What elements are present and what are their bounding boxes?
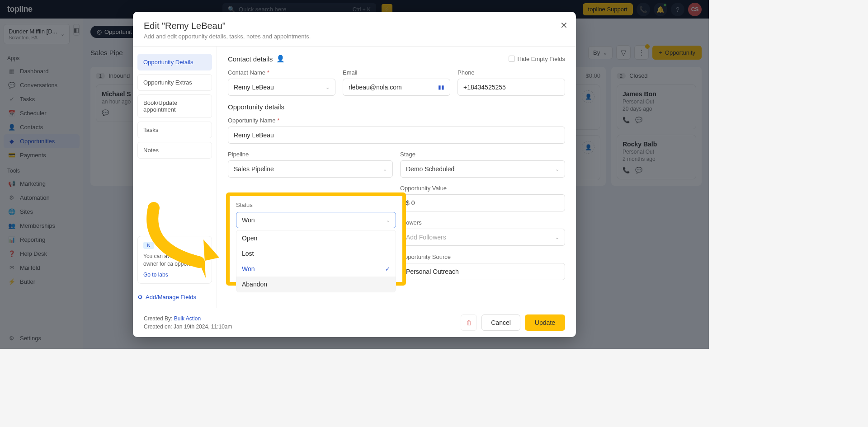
phone-field[interactable]: +18434525255 <box>458 79 565 96</box>
stage-field[interactable]: Demo Scheduled⌄ <box>400 160 565 178</box>
status-option-open[interactable]: Open <box>236 230 396 246</box>
checkbox-icon <box>509 56 515 62</box>
opportunity-value-label: Opportunity Value <box>400 185 565 192</box>
modal-header: Edit "Remy LeBeau" Add and edit opportun… <box>133 12 576 47</box>
opportunity-section-header: Opportunity details <box>228 103 565 111</box>
stage-label: Stage <box>400 151 565 158</box>
phone-label: Phone <box>458 69 565 76</box>
modal-subtitle: Add and edit opportunity details, tasks,… <box>144 33 565 40</box>
contact-name-label: Contact Name * <box>228 69 335 76</box>
followers-field[interactable]: Add Followers⌄ <box>400 229 565 246</box>
update-button[interactable]: Update <box>525 314 565 331</box>
created-by-link[interactable]: Bulk Action <box>174 315 201 322</box>
hide-empty-toggle[interactable]: Hide Empty Fields <box>509 56 565 62</box>
labs-text: You can ave different owner for ca oppor… <box>143 253 206 268</box>
delete-button[interactable]: 🗑 <box>461 314 477 331</box>
check-icon: ✓ <box>385 266 390 272</box>
manage-fields-link[interactable]: ⚙Add/Manage Fields <box>137 294 212 300</box>
contact-name-field[interactable]: Remy LeBeau⌄ <box>228 79 335 96</box>
chevron-down-icon: ⌄ <box>555 235 559 240</box>
chevron-down-icon: ⌄ <box>386 217 390 223</box>
followers-label: ollowers <box>400 219 565 226</box>
source-field[interactable]: Personal Outreach <box>400 263 565 280</box>
pipeline-label: Pipeline <box>228 151 393 158</box>
status-option-won[interactable]: Won✓ <box>236 261 396 277</box>
chevron-down-icon: ⌄ <box>383 166 387 172</box>
cancel-button[interactable]: Cancel <box>481 314 520 331</box>
source-label: Opportunity Source <box>400 253 565 260</box>
tab-opportunity-extras[interactable]: Opportunity Extras <box>137 74 212 91</box>
close-icon[interactable]: ✕ <box>560 20 568 31</box>
tab-appointment[interactable]: Book/Update appointment <box>137 94 212 118</box>
chevron-down-icon: ⌄ <box>326 84 330 90</box>
labs-badge: N <box>143 242 154 249</box>
opportunity-value-field[interactable]: $ 0 <box>400 194 565 211</box>
copy-icon[interactable]: ▮▮ <box>438 84 444 90</box>
gear-icon: ⚙ <box>137 294 143 300</box>
status-dropdown: Open Lost Won✓ Abandon <box>236 230 396 292</box>
footer-meta: Created By: Bulk Action Created on: Jan … <box>144 314 232 331</box>
labs-link[interactable]: Go to labs <box>143 272 168 278</box>
tab-tasks[interactable]: Tasks <box>137 122 212 138</box>
trash-icon: 🗑 <box>466 319 472 326</box>
modal-footer: Created By: Bulk Action Created on: Jan … <box>133 308 576 337</box>
status-field[interactable]: Won ⌄ <box>236 212 396 228</box>
pipeline-field[interactable]: Sales Pipeline⌄ <box>228 160 393 178</box>
email-field[interactable]: rlebeau@nola.com▮▮ <box>343 79 450 96</box>
tab-opportunity-details[interactable]: Opportunity Details <box>137 54 212 70</box>
email-label: Email <box>343 69 450 76</box>
opportunity-name-label: Opportunity Name * <box>228 117 565 124</box>
modal-title: Edit "Remy LeBeau" <box>144 21 565 31</box>
tab-notes[interactable]: Notes <box>137 142 212 159</box>
opportunity-name-field[interactable]: Remy LeBeau <box>228 127 565 144</box>
status-option-abandon[interactable]: Abandon <box>236 277 396 292</box>
contact-icon: 👤 <box>276 55 285 63</box>
modal-sidebar: Opportunity Details Opportunity Extras B… <box>133 47 217 308</box>
contact-section-header: Contact details 👤 Hide Empty Fields <box>228 55 565 63</box>
chevron-down-icon: ⌄ <box>555 166 559 172</box>
labs-card: N You can ave different owner for ca opp… <box>137 236 212 284</box>
status-option-lost[interactable]: Lost <box>236 246 396 261</box>
